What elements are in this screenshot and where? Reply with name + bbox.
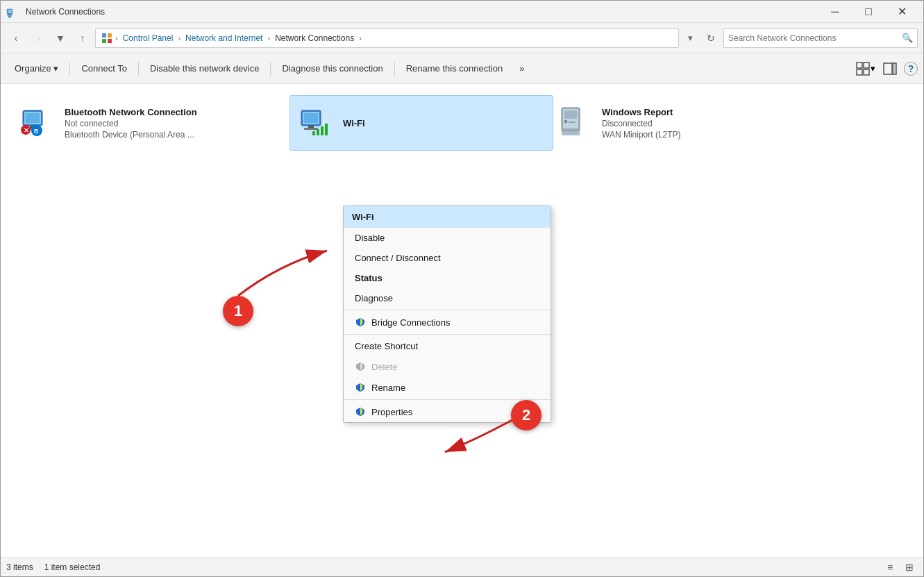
delete-label: Delete <box>371 362 398 372</box>
network-item-bluetooth[interactable]: ✕ B Bluetooth Network Connection Not con… <box>12 95 276 151</box>
svg-rect-30 <box>304 128 318 130</box>
windows-report-name: Windows Report <box>602 107 681 117</box>
svg-rect-11 <box>857 62 862 68</box>
diagnose-button[interactable]: Diagnose this connection <box>274 56 391 81</box>
control-panel-icon <box>101 33 112 44</box>
context-menu-divider-2 <box>344 334 551 335</box>
wifi-info: Wi-Fi <box>343 118 365 128</box>
window-controls: ─ □ ✕ <box>819 1 918 23</box>
selected-info: 1 item selected <box>44 562 101 572</box>
close-button[interactable]: ✕ <box>886 1 918 23</box>
svg-rect-8 <box>108 33 112 37</box>
breadcrumb-arrow-4: › <box>359 34 362 42</box>
svg-rect-13 <box>857 69 862 75</box>
context-menu-disable[interactable]: Disable <box>344 228 551 248</box>
search-input[interactable] <box>728 33 899 43</box>
svg-rect-37 <box>564 110 577 119</box>
up-button[interactable]: ↑ <box>73 28 92 48</box>
breadcrumb-arrow-2: › <box>178 34 180 42</box>
wifi-name: Wi-Fi <box>343 118 365 128</box>
rename-shield-icon <box>355 382 366 393</box>
svg-text:B: B <box>34 128 39 135</box>
address-bar: ‹ › ▼ ↑ › Control Panel › Network and In… <box>1 23 923 53</box>
status-list-view-button[interactable]: ≡ <box>882 560 898 574</box>
svg-rect-40 <box>562 131 580 135</box>
bluetooth-icon-container: ✕ B <box>20 105 56 141</box>
minimize-button[interactable]: ─ <box>819 1 851 23</box>
svg-rect-31 <box>312 131 315 135</box>
windows-report-type: WAN Miniport (L2TP) <box>602 130 681 140</box>
svg-rect-12 <box>864 62 869 68</box>
toolbar-separator-3 <box>270 62 271 76</box>
status-bar-right: ≡ ⊞ <box>882 560 918 574</box>
view-icon <box>855 61 871 76</box>
recent-button[interactable]: ▼ <box>51 28 70 48</box>
context-menu-create-shortcut[interactable]: Create Shortcut <box>344 336 551 356</box>
svg-rect-28 <box>304 113 318 123</box>
breadcrumb: › Control Panel › Network and Internet ›… <box>95 28 679 48</box>
refresh-button[interactable]: ↻ <box>701 28 721 48</box>
svg-rect-19 <box>26 113 40 123</box>
status-label: Status <box>355 273 383 283</box>
context-menu-divider-1 <box>344 310 551 310</box>
windows-report-icon <box>557 105 591 138</box>
svg-rect-38 <box>564 120 567 123</box>
connect-to-button[interactable]: Connect To <box>73 56 135 81</box>
status-grid-view-button[interactable]: ⊞ <box>901 560 918 574</box>
main-content: ✕ B Bluetooth Network Connection Not con… <box>1 84 923 557</box>
svg-rect-4 <box>8 11 9 12</box>
context-menu-diagnose[interactable]: Diagnose <box>344 288 551 308</box>
more-button[interactable]: » <box>511 56 532 81</box>
view-dropdown-icon: ▾ <box>871 63 875 74</box>
properties-label: Properties <box>371 407 412 417</box>
context-menu-connect-disconnect[interactable]: Connect / Disconnect <box>344 248 551 268</box>
preview-pane-button[interactable] <box>879 59 901 78</box>
forward-button[interactable]: › <box>28 28 48 48</box>
toolbar-separator-2 <box>138 62 139 76</box>
back-button[interactable]: ‹ <box>6 28 26 48</box>
connect-disconnect-label: Connect / Disconnect <box>355 253 441 263</box>
breadcrumb-arrow-1: › <box>115 34 118 42</box>
organize-button[interactable]: Organize ▾ <box>6 56 67 81</box>
svg-rect-1 <box>8 10 12 13</box>
svg-rect-39 <box>569 122 576 123</box>
bluetooth-name: Bluetooth Network Connection <box>65 107 197 117</box>
rename-button[interactable]: Rename this connection <box>398 56 511 81</box>
preview-icon <box>883 62 897 76</box>
svg-rect-33 <box>321 126 324 135</box>
bluetooth-type: Bluetooth Device (Personal Area ... <box>65 130 197 140</box>
maximize-button[interactable]: □ <box>852 1 884 23</box>
windows-report-icon-container <box>557 105 594 141</box>
change-view-button[interactable]: ▾ <box>854 59 876 78</box>
context-menu-bridge-connections[interactable]: Bridge Connections <box>344 312 551 333</box>
window-title: Network Connections <box>26 7 819 17</box>
wifi-computer-icon <box>299 105 332 138</box>
bluetooth-computer-icon: ✕ B <box>20 105 53 138</box>
create-shortcut-label: Create Shortcut <box>355 341 418 351</box>
windows-report-info: Windows Report Disconnected WAN Miniport… <box>602 107 681 140</box>
status-bar: 3 items 1 item selected ≡ ⊞ <box>1 557 923 576</box>
search-box[interactable]: 🔍 <box>723 28 918 48</box>
context-menu-status[interactable]: Status <box>344 268 551 288</box>
svg-rect-29 <box>308 126 314 128</box>
properties-shield-icon <box>355 406 366 417</box>
breadcrumb-network-internet[interactable]: Network and Internet <box>183 33 264 44</box>
context-menu-delete: Delete <box>344 356 551 377</box>
search-icon: 🔍 <box>902 33 913 43</box>
svg-rect-7 <box>102 33 106 37</box>
breadcrumb-network-connections: Network Connections <box>273 33 356 44</box>
bluetooth-info: Bluetooth Network Connection Not connect… <box>65 107 197 140</box>
svg-rect-15 <box>884 63 892 74</box>
annotation-1: 1 <box>223 296 253 326</box>
network-item-wifi[interactable]: Wi-Fi <box>289 95 553 151</box>
context-menu-rename[interactable]: Rename <box>344 377 551 398</box>
diagnose-label: Diagnose <box>355 293 393 303</box>
breadcrumb-control-panel[interactable]: Control Panel <box>121 33 176 44</box>
help-button[interactable]: ? <box>904 62 918 76</box>
network-item-windows-report[interactable]: Windows Report Disconnected WAN Miniport… <box>549 95 771 151</box>
delete-shield-icon <box>355 361 366 372</box>
svg-rect-16 <box>893 63 896 74</box>
bridge-shield-icon <box>355 317 366 328</box>
address-dropdown-button[interactable]: ▾ <box>682 28 698 48</box>
disable-button[interactable]: Disable this network device <box>142 56 268 81</box>
